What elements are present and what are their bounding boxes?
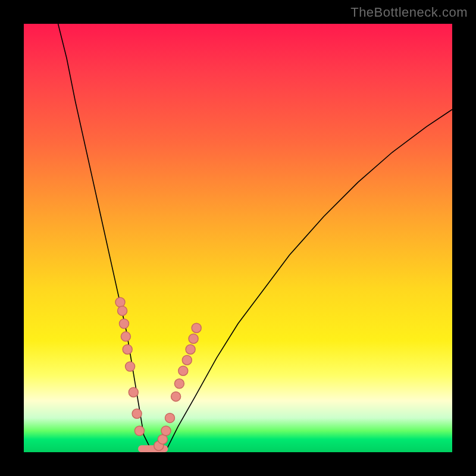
data-point [115,298,125,307]
bottleneck-curve [58,24,452,452]
data-point-cluster [115,298,201,450]
data-point [121,332,130,342]
data-point [129,387,138,397]
data-point [192,323,201,333]
plot-area [24,24,452,452]
data-point [182,355,192,365]
data-point [123,345,132,354]
data-point [178,366,188,375]
data-point [174,379,184,389]
data-point [158,434,167,444]
data-point [132,409,142,418]
data-point [186,345,195,354]
watermark-text: TheBottleneck.com [350,5,468,20]
chart-svg [24,24,452,452]
data-point [171,392,181,401]
data-point [120,319,129,328]
data-point [126,362,135,371]
chart-container: TheBottleneck.com [0,0,476,476]
data-point [134,426,144,436]
data-point [189,334,198,343]
data-point [161,426,171,436]
data-point [118,306,127,315]
data-point [165,413,175,422]
